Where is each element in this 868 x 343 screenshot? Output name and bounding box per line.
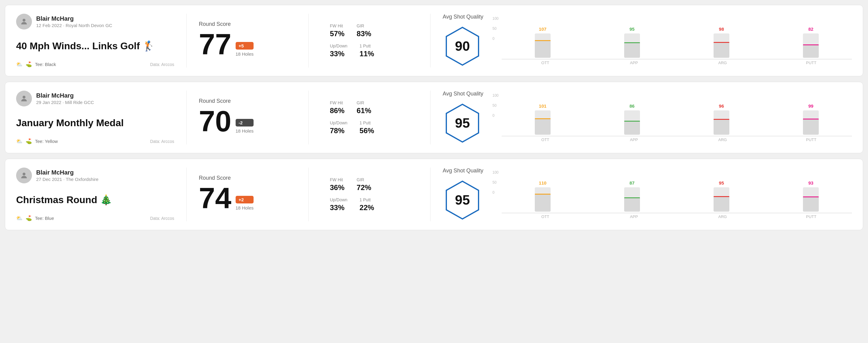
user-info: Blair McHarg27 Dec 2021 · The Oxfordshir… [16,167,174,183]
score-badge: -2 [236,119,253,126]
tee-label: Tee: Black [35,62,56,67]
bar-fill [535,118,551,135]
chart-area: 100500107959882 [493,17,852,59]
user-details: Blair McHarg27 Dec 2021 · The Oxfordshir… [36,169,98,182]
stats-section: FW Hit86%GIR61%Up/Down78%1 Putt56% [330,91,409,145]
x-label-arg: ARG [682,214,764,219]
stat-value: 22% [360,204,374,212]
section-divider-2 [308,14,309,67]
x-label-app: APP [593,61,675,65]
bar-chart: 100500101869699OTTAPPARGPUTT [493,93,852,142]
svg-point-2 [23,96,25,98]
bar-track [624,33,640,58]
user-meta: 29 Jan 2022 · Mill Ride GCC [36,100,94,105]
tee-info: ⛅⛳Tee: Black [16,61,56,67]
y-axis-label: 50 [493,180,499,185]
stat-label: Up/Down [330,43,347,48]
bar-group-putt: 99 [770,103,852,135]
y-axis-label: 100 [493,17,499,21]
stats-row-2: Up/Down78%1 Putt56% [330,120,409,135]
section-divider-3 [430,91,431,145]
x-label-app: APP [593,137,675,142]
bar-value-label: 99 [808,103,813,108]
quality-score: 95 [455,192,470,208]
section-divider-3 [430,167,431,221]
bar-accent-line [803,196,819,197]
user-meta: 27 Dec 2021 · The Oxfordshire [36,177,98,182]
quality-left: Avg Shot Quality 95 [443,91,484,145]
stat-value: 11% [360,50,374,58]
stat-item-fw-hit: FW Hit57% [330,23,344,38]
stat-item-fw-hit: FW Hit86% [330,100,344,115]
card-footer: ⛅⛳Tee: BlueData: Arccos [16,215,174,221]
score-label: Round Score [199,21,296,27]
svg-point-0 [23,19,25,22]
bar-track [624,111,640,135]
stat-label: FW Hit [330,177,344,182]
bar-group-arg: 95 [680,180,763,212]
tee-icon: ⛳ [26,138,32,145]
stats-row-2: Up/Down33%1 Putt11% [330,43,409,58]
stat-value: 61% [356,106,371,115]
weather-icon: ⛅ [16,138,23,145]
bar-value-label: 86 [630,103,635,108]
bar-value-label: 96 [719,103,724,108]
y-axis-label: 50 [493,103,499,107]
stat-label: FW Hit [330,23,344,28]
quality-left: Avg Shot Quality 90 [443,14,484,67]
stats-section: FW Hit36%GIR72%Up/Down33%1 Putt22% [330,167,409,221]
bar-fill [714,42,730,58]
stats-section: FW Hit57%GIR83%Up/Down33%1 Putt11% [330,14,409,67]
bar-group-app: 95 [591,27,673,58]
stat-label: 1 Putt [360,43,374,48]
bar-group-putt: 82 [770,27,852,58]
stat-label: GIR [356,177,371,182]
score-badge-holes: +518 Holes [236,42,253,59]
stat-item-up-down: Up/Down33% [330,43,347,58]
bar-accent-line [803,119,819,120]
card-left-section: Blair McHarg29 Jan 2022 · Mill Ride GCCJ… [16,91,174,145]
bar-value-label: 101 [539,103,546,108]
section-divider-3 [430,14,431,67]
stat-label: Up/Down [330,120,347,125]
bar-value-label: 87 [630,180,635,186]
bar-value-label: 110 [539,180,546,186]
bar-fill [803,196,819,212]
y-axis-label: 100 [493,170,499,175]
x-label-ott: OTT [505,61,586,65]
bar-fill [714,119,730,134]
hexagon-container: 95 [443,102,482,145]
stat-label: GIR [356,23,371,28]
chart-area: 100500110879593 [493,170,852,213]
stat-item-up-down: Up/Down78% [330,120,347,135]
stats-row-1: FW Hit86%GIR61% [330,100,409,115]
stat-value: 86% [330,106,344,115]
avatar [16,14,32,30]
y-axis-label: 0 [493,190,499,195]
bar-track [535,187,551,212]
bar-track [714,33,730,58]
quality-label: Avg Shot Quality [443,14,484,20]
bar-value-label: 95 [719,180,724,186]
bar-accent-line [803,44,819,45]
stat-value: 72% [356,183,371,192]
tee-label: Tee: Blue [35,216,54,221]
bar-group-ott: 110 [502,180,584,212]
quality-label: Avg Shot Quality [443,91,484,97]
score-label: Round Score [199,175,296,181]
score-main: 74+218 Holes [199,184,296,213]
bar-fill [535,194,551,211]
y-axis-label: 50 [493,27,499,31]
bar-track [624,187,640,212]
bar-value-label: 107 [539,27,546,32]
stat-value: 36% [330,183,344,192]
quality-left: Avg Shot Quality 95 [443,167,484,221]
score-badge: +2 [236,196,253,204]
bar-accent-line [624,121,640,122]
avatar [16,91,32,106]
user-meta: 12 Feb 2022 · Royal North Devon GC [36,23,112,28]
bar-group-arg: 96 [680,103,763,135]
stats-row-1: FW Hit57%GIR83% [330,23,409,38]
stat-label: 1 Putt [360,197,374,202]
round-card-1: Blair McHarg12 Feb 2022 · Royal North De… [5,5,863,76]
